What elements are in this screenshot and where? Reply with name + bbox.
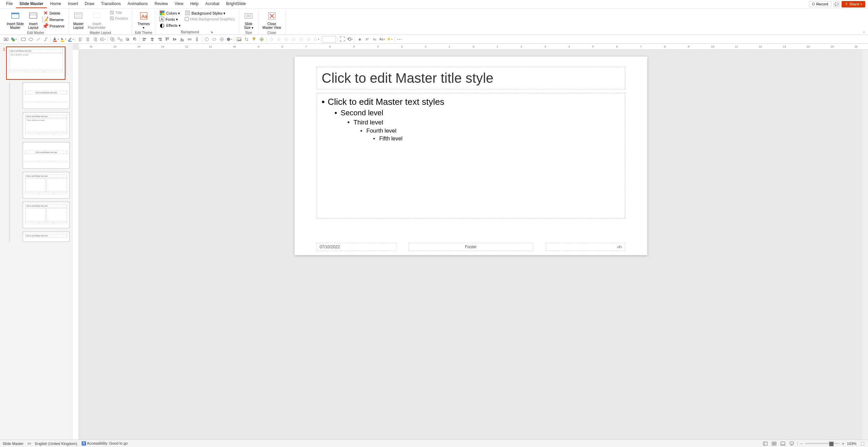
align-obj-left-icon[interactable] (141, 36, 148, 43)
rectangle-icon[interactable] (20, 36, 27, 43)
align-right-icon[interactable] (92, 36, 99, 43)
insert-slide-master-button[interactable]: Insert Slide Master (5, 10, 25, 30)
star4-icon[interactable]: ☆ (290, 36, 297, 43)
fit-to-window-button[interactable]: ⛶ (859, 441, 865, 446)
shape-donut-icon[interactable] (218, 36, 225, 43)
send-backward-icon[interactable] (132, 36, 138, 43)
shapes-icon[interactable] (10, 36, 17, 43)
colors-button[interactable]: Colors ▾ (158, 10, 182, 16)
vertical-scrollbar[interactable] (863, 50, 868, 440)
footers-checkbox-input[interactable] (110, 16, 114, 20)
star2-icon[interactable]: ☆ (275, 36, 282, 43)
background-dialog-launcher[interactable]: ⬊ (211, 31, 213, 34)
connector-icon[interactable] (42, 36, 49, 43)
tab-help[interactable]: Help (187, 0, 202, 8)
ungroup-icon[interactable] (117, 36, 123, 43)
zoom-level[interactable]: 103% (847, 442, 856, 446)
slide-size-button[interactable]: Slide Size ▾ (242, 10, 255, 30)
bring-forward-icon[interactable] (124, 36, 131, 43)
layout-thumbnail-6[interactable]: Click to edit Master title style (23, 232, 70, 242)
format-painter-icon[interactable] (251, 36, 257, 43)
sorter-view-button[interactable] (771, 441, 777, 446)
tab-file[interactable]: File (3, 0, 16, 8)
shShape-oval-icon[interactable] (211, 36, 218, 43)
status-language[interactable]: English (United Kingdom) (35, 442, 77, 446)
title-placeholder[interactable]: Click to edit Master title style (317, 67, 625, 90)
slide-viewport[interactable]: Click to edit Master title style Click t… (79, 50, 863, 440)
star6-icon[interactable]: ☆ (305, 36, 312, 43)
comments-button[interactable]: 💬 (833, 1, 840, 7)
tab-insert[interactable]: Insert (64, 0, 81, 8)
close-master-view-button[interactable]: Close Master View (261, 10, 282, 30)
normal-view-button[interactable] (762, 441, 768, 446)
zoom-in-button[interactable]: + (842, 442, 844, 446)
insert-placeholder-button[interactable]: Insert Placeholder (86, 10, 107, 30)
shape-circle-icon[interactable] (203, 36, 210, 43)
tab-draw[interactable]: Draw (81, 0, 98, 8)
layout-thumbnail-2[interactable]: Click to edit Master title style · Click… (23, 112, 70, 139)
highlight-icon[interactable]: ✦ (386, 36, 393, 43)
tab-slide-master[interactable]: Slide Master (16, 0, 47, 8)
crop2-icon[interactable]: ⛶ (339, 36, 346, 43)
subscript-icon[interactable]: x₂ (371, 36, 378, 43)
textbox-icon[interactable]: A (3, 36, 9, 43)
themes-button[interactable]: Aa Themes▾ (136, 10, 151, 30)
align-obj-middle-icon[interactable] (171, 36, 178, 43)
title-checkbox-input[interactable] (110, 11, 114, 15)
master-layout-button[interactable]: Master Layout (72, 10, 85, 30)
body-placeholder[interactable]: Click to edit Master text styles Second … (317, 93, 625, 218)
align-obj-center-icon[interactable] (149, 36, 156, 43)
preserve-button[interactable]: 📌 Preserve (41, 23, 66, 29)
master-thumbnail[interactable]: Click to edit Master title style • Click… (6, 46, 65, 80)
more-commands-icon[interactable]: ⋯ (396, 36, 403, 43)
distribute-v-icon[interactable] (194, 36, 200, 43)
title-checkbox[interactable]: Title (108, 10, 129, 15)
crop-icon[interactable] (243, 36, 250, 43)
record-button[interactable]: Record (809, 1, 831, 7)
align-obj-bottom-icon[interactable] (179, 36, 185, 43)
effects-button[interactable]: ◐ Effects ▾ (158, 22, 182, 28)
align-left-icon[interactable] (77, 36, 84, 43)
superscript-icon[interactable]: x² (364, 36, 371, 43)
change-case-icon[interactable]: Aa (379, 36, 386, 43)
layout-thumbnail-4[interactable]: Click to edit Master title style (23, 172, 70, 198)
font-color-icon[interactable]: A (52, 36, 59, 43)
oval-icon[interactable] (27, 36, 34, 43)
footers-checkbox[interactable]: Footers (108, 16, 129, 21)
delete-button[interactable]: ✕ Delete (41, 10, 66, 16)
tab-review[interactable]: Review (151, 0, 171, 8)
insert-layout-button[interactable]: Insert Layout (26, 10, 40, 30)
tab-view[interactable]: View (171, 0, 187, 8)
share-button[interactable]: ⇧ Share ▾ (842, 1, 865, 7)
star-more-icon[interactable]: ☆ (313, 36, 319, 43)
slideshow-view-button[interactable] (789, 441, 795, 446)
line-spacing-icon[interactable] (99, 36, 106, 43)
slide-number-placeholder[interactable]: ‹#› (546, 243, 625, 251)
star3-icon[interactable]: ☆ (283, 36, 290, 43)
zoom-slider[interactable] (805, 443, 839, 444)
fill-color-icon[interactable] (60, 36, 66, 43)
tab-transitions[interactable]: Transitions (98, 0, 124, 8)
align-center-icon[interactable] (84, 36, 91, 43)
eyedropper-icon[interactable]: ⊕ (258, 36, 265, 43)
width-input[interactable] (322, 36, 336, 43)
fonts-button[interactable]: A Fonts ▾ (158, 16, 182, 22)
zoom-out-button[interactable]: − (801, 442, 803, 446)
reading-view-button[interactable] (780, 441, 786, 446)
circle2-icon[interactable]: ● (356, 36, 363, 43)
layout-thumbnail-5[interactable]: Click to edit Master title style (23, 202, 70, 228)
ribbon-collapse-button[interactable]: ⌄ (863, 30, 865, 33)
date-placeholder[interactable]: 07/10/2022 (317, 243, 396, 251)
tab-acrobat[interactable]: Acrobat (202, 0, 223, 8)
notes-icon[interactable]: ▭ (27, 441, 31, 446)
tab-brightslide[interactable]: BrightSlide (223, 0, 249, 8)
group-icon[interactable] (109, 36, 116, 43)
accessibility-status[interactable]: ♿ Accessibility: Good to go (81, 441, 128, 446)
rename-button[interactable]: 📝 Rename (41, 16, 66, 22)
distribute-h-icon[interactable] (186, 36, 193, 43)
star1-icon[interactable]: ☆ (268, 36, 275, 43)
align-obj-top-icon[interactable] (164, 36, 171, 43)
hide-bg-checkbox-input[interactable] (185, 17, 189, 21)
align-obj-right-icon[interactable] (156, 36, 163, 43)
tab-animations[interactable]: Animations (124, 0, 151, 8)
